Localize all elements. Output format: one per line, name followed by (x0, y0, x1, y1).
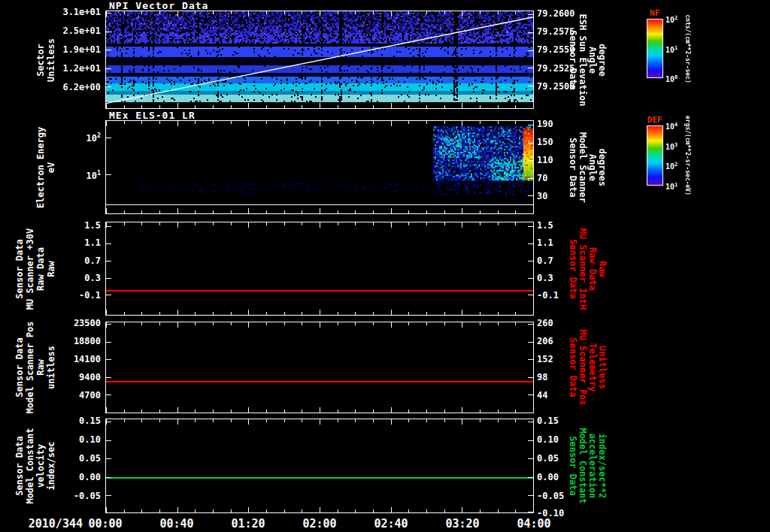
y-tick (106, 295, 111, 295)
time-tick (480, 105, 480, 108)
colorbar-tick-label: 101 (665, 182, 678, 191)
time-tick (533, 222, 534, 228)
time-tick (248, 419, 249, 425)
time-tick (498, 509, 499, 512)
time-tick (231, 509, 232, 512)
time-tick (391, 222, 392, 228)
time-tick (462, 222, 462, 228)
time-tick (480, 419, 480, 422)
time-tick (462, 310, 462, 315)
time-tick (462, 407, 462, 413)
data-line (106, 290, 533, 292)
right-axis-label-line: Raw (597, 261, 608, 277)
y-tick (106, 278, 111, 279)
time-tick (533, 322, 534, 328)
time-tick (498, 222, 499, 225)
time-tick (248, 507, 249, 512)
time-tick (159, 121, 160, 124)
y-tick (528, 261, 533, 261)
plot-panel-2 (105, 120, 534, 214)
time-tick (498, 210, 499, 213)
time-tick (213, 509, 214, 512)
time-tick (498, 322, 499, 325)
time-tick (498, 312, 499, 315)
time-tick (213, 11, 214, 14)
time-tick (231, 410, 232, 413)
time-tick (355, 410, 356, 413)
right-axis-label-line: degrees (597, 148, 608, 186)
y-tick-label: 0.10 (537, 434, 559, 445)
time-tick (213, 210, 214, 213)
colorbar-nf (647, 19, 663, 78)
colorbar-title: DEF (644, 115, 666, 125)
time-tick (515, 419, 516, 422)
right-axis-label-line: Sensor Data (568, 436, 578, 495)
y-tick (106, 174, 111, 175)
multi-panel-plot-screen: NPI Vector Data3.1e+012.5e+011.9e+011.2e… (0, 0, 770, 532)
y-tick (528, 160, 533, 161)
y-tick (528, 50, 533, 51)
time-tick (391, 103, 392, 108)
time-tick-label: 00:00 (71, 517, 139, 530)
time-tick (320, 310, 320, 315)
data-line (106, 477, 533, 479)
time-tick (284, 509, 285, 512)
y-tick (106, 68, 111, 69)
y-tick (528, 512, 533, 512)
time-tick (195, 312, 196, 315)
y-tick-label: 30 (537, 191, 547, 201)
time-tick (159, 312, 160, 315)
y-tick-label: 0.05 (537, 453, 559, 464)
right-axis-label-line: acceleration (587, 434, 598, 499)
time-tick-label: 02:40 (357, 517, 425, 530)
y-tick-label: -0.1 (537, 290, 559, 301)
time-tick (266, 410, 267, 413)
y-tick-label: 190 (537, 119, 553, 129)
time-tick (515, 210, 516, 213)
y-tick (106, 86, 111, 87)
date-label: 2010/344 (0, 517, 83, 530)
time-tick (480, 121, 480, 124)
y-tick (106, 359, 111, 360)
y-tick-label: 1.5 (537, 220, 553, 231)
y-tick-label: 0.00 (537, 472, 559, 482)
right-axis-label-line: MU Scanner Pos (578, 329, 588, 405)
time-tick (284, 210, 285, 213)
time-tick (533, 419, 534, 425)
time-tick (266, 419, 267, 422)
time-tick (391, 322, 392, 328)
time-tick (355, 322, 356, 325)
time-tick (248, 11, 249, 17)
y-tick (106, 243, 111, 244)
time-tick (320, 407, 320, 413)
time-tick (213, 312, 214, 315)
time-tick (462, 419, 462, 425)
time-tick-label: 04:00 (500, 517, 568, 530)
time-tick (231, 121, 232, 124)
left-axis-label-line: MU Scanner +30V (25, 228, 35, 309)
time-tick (408, 410, 409, 413)
y-tick-label: 1.1 (537, 237, 553, 248)
time-tick (124, 11, 125, 14)
right-axis-label-line: Model Scanner (578, 132, 588, 203)
y-tick (528, 14, 533, 15)
time-tick (515, 312, 516, 315)
time-tick (248, 322, 249, 328)
time-tick (480, 222, 480, 225)
time-tick (266, 11, 267, 14)
time-tick (106, 310, 107, 315)
time-tick (141, 312, 142, 315)
right-axis-label-line: Unitless (597, 346, 608, 389)
colorbar-tick-label: 100 (665, 74, 678, 83)
time-tick (338, 312, 338, 315)
y-tick (528, 226, 533, 227)
y-tick-label: 6.2e+00 (0, 82, 101, 92)
time-tick (533, 507, 534, 512)
plot-panel-3 (105, 222, 534, 316)
time-tick (408, 322, 409, 325)
time-tick (408, 419, 409, 422)
y-tick (528, 278, 533, 279)
time-tick (373, 322, 374, 325)
time-tick (177, 11, 178, 17)
y-tick (106, 377, 111, 378)
